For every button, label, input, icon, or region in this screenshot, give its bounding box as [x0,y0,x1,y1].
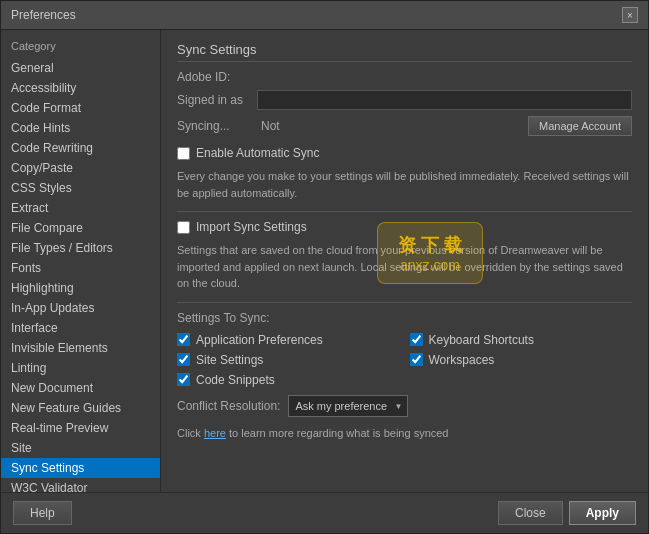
sync-checkbox-row-4: Code Snippets [177,373,400,387]
sync-status-row: Syncing... Not Manage Account [177,116,632,136]
right-panel-inner: Sync Settings Adobe ID: Signed in as Syn… [177,42,632,439]
dialog-close-button[interactable]: × [622,7,638,23]
sync-checkbox-keyboard-shortcuts[interactable] [410,333,423,346]
sync-checkbox-label-0[interactable]: Application Preferences [196,333,323,347]
adobe-id-row: Adobe ID: [177,70,632,84]
sidebar-item-fonts[interactable]: Fonts [1,258,160,278]
sidebar-item-file-compare[interactable]: File Compare [1,218,160,238]
enable-sync-row: Enable Automatic Sync [177,146,632,160]
not-label: Not [261,119,341,133]
click-suffix: to learn more regarding what is being sy… [226,427,449,439]
sidebar-item-highlighting[interactable]: Highlighting [1,278,160,298]
divider-2 [177,302,632,303]
enable-sync-info: Every change you make to your settings w… [177,168,632,201]
enable-sync-label[interactable]: Enable Automatic Sync [196,146,319,160]
sync-checkbox-workspaces[interactable] [410,353,423,366]
sidebar-item-real-time-preview[interactable]: Real-time Preview [1,418,160,438]
sidebar-item-invisible-elements[interactable]: Invisible Elements [1,338,160,358]
signed-in-row: Signed in as [177,90,632,110]
conflict-select-wrapper: Ask my preferenceUse local settingsUse c… [288,395,408,417]
sidebar-item-accessibility[interactable]: Accessibility [1,78,160,98]
conflict-select[interactable]: Ask my preferenceUse local settingsUse c… [288,395,408,417]
import-sync-label[interactable]: Import Sync Settings [196,220,307,234]
sidebar-item-code-hints[interactable]: Code Hints [1,118,160,138]
sidebar: Category GeneralAccessibilityCode Format… [1,30,161,492]
signed-in-input[interactable] [257,90,632,110]
import-sync-checkbox[interactable] [177,221,190,234]
sync-checkbox-row-1: Keyboard Shortcuts [410,333,633,347]
sidebar-item-css-styles[interactable]: CSS Styles [1,178,160,198]
settings-to-sync-label: Settings To Sync: [177,311,632,325]
conflict-label: Conflict Resolution: [177,399,280,413]
sidebar-header: Category [1,36,160,58]
enable-sync-checkbox[interactable] [177,147,190,160]
sync-checkbox-label-4[interactable]: Code Snippets [196,373,275,387]
adobe-id-label: Adobe ID: [177,70,257,84]
here-link[interactable]: here [204,427,226,439]
sidebar-item-extract[interactable]: Extract [1,198,160,218]
help-button[interactable]: Help [13,501,72,525]
sidebar-item-site[interactable]: Site [1,438,160,458]
sidebar-item-new-feature-guides[interactable]: New Feature Guides [1,398,160,418]
preferences-dialog: Preferences × Category GeneralAccessibil… [0,0,649,534]
main-content: Category GeneralAccessibilityCode Format… [1,30,648,492]
manage-account-button[interactable]: Manage Account [528,116,632,136]
sidebar-item-code-rewriting[interactable]: Code Rewriting [1,138,160,158]
sync-checkbox-row-3: Workspaces [410,353,633,367]
bottom-bar: Help Close Apply [1,492,648,533]
sync-checkbox-code-snippets[interactable] [177,373,190,386]
sidebar-item-sync-settings[interactable]: Sync Settings [1,458,160,478]
click-here-text: Click here to learn more regarding what … [177,427,632,439]
import-sync-row: Import Sync Settings [177,220,632,234]
conflict-row: Conflict Resolution: Ask my preferenceUs… [177,395,632,417]
signed-in-label: Signed in as [177,93,257,107]
dialog-title: Preferences [11,8,76,22]
sidebar-item-linting[interactable]: Linting [1,358,160,378]
sidebar-item-copy-paste[interactable]: Copy/Paste [1,158,160,178]
sidebar-item-interface[interactable]: Interface [1,318,160,338]
click-prefix: Click [177,427,204,439]
sync-checkbox-label-2[interactable]: Site Settings [196,353,263,367]
sync-checkbox-row-2: Site Settings [177,353,400,367]
right-panel: Sync Settings Adobe ID: Signed in as Syn… [161,30,648,492]
divider-1 [177,211,632,212]
close-dialog-button[interactable]: Close [498,501,563,525]
sidebar-item-code-format[interactable]: Code Format [1,98,160,118]
sidebar-item-w3c-validator[interactable]: W3C Validator [1,478,160,492]
sync-checkbox-label-1[interactable]: Keyboard Shortcuts [429,333,534,347]
sidebar-item-new-document[interactable]: New Document [1,378,160,398]
sync-checkbox-label-3[interactable]: Workspaces [429,353,495,367]
panel-title: Sync Settings [177,42,632,62]
title-bar: Preferences × [1,1,648,30]
apply-button[interactable]: Apply [569,501,636,525]
sidebar-item-in-app-updates[interactable]: In-App Updates [1,298,160,318]
sync-checkbox-row-0: Application Preferences [177,333,400,347]
import-sync-info: Settings that are saved on the cloud fro… [177,242,632,292]
sync-checkbox-site-settings[interactable] [177,353,190,366]
syncing-label: Syncing... [177,119,257,133]
sync-checkbox-application-preferences[interactable] [177,333,190,346]
sidebar-item-file-types-editors[interactable]: File Types / Editors [1,238,160,258]
sync-checkboxes-grid: Application PreferencesKeyboard Shortcut… [177,333,632,387]
bottom-right-buttons: Close Apply [498,501,636,525]
sidebar-item-general[interactable]: General [1,58,160,78]
